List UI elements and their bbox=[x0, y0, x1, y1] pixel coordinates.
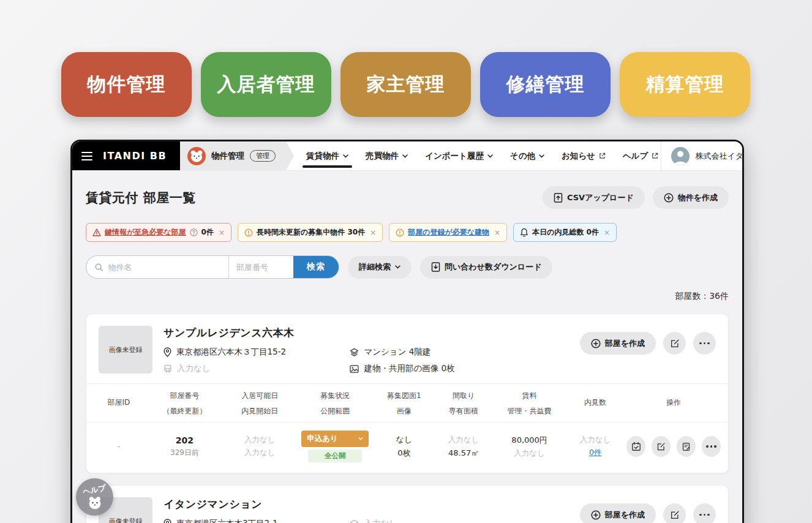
tab-rental-properties[interactable]: 賃貸物件 bbox=[306, 141, 348, 170]
external-link-icon bbox=[599, 152, 606, 159]
close-icon[interactable]: × bbox=[370, 228, 376, 237]
mascot-bear-icon bbox=[187, 147, 206, 165]
help-label: ヘルプ bbox=[82, 483, 107, 497]
question-circle-icon bbox=[190, 228, 198, 236]
advanced-search-button[interactable]: 詳細検索 bbox=[348, 256, 412, 279]
search-icon bbox=[95, 263, 103, 272]
more-actions-button[interactable] bbox=[693, 503, 716, 523]
management-fee: 入力なし bbox=[495, 448, 564, 459]
file-download-icon bbox=[431, 262, 440, 272]
search-row: 検索 詳細検索 問い合わせ数ダウンロード bbox=[86, 255, 729, 279]
csv-upload-label: CSVアップロード bbox=[567, 192, 634, 203]
pill-label: 物件管理 bbox=[88, 72, 166, 97]
property-name: イタンジマンション bbox=[164, 497, 569, 511]
hamburger-menu-icon[interactable] bbox=[81, 152, 92, 160]
calendar-check-icon bbox=[631, 442, 641, 451]
close-icon[interactable]: × bbox=[494, 228, 500, 237]
close-icon[interactable]: × bbox=[219, 228, 225, 237]
warning-triangle-icon bbox=[92, 228, 101, 236]
search-button[interactable]: 検索 bbox=[293, 256, 339, 278]
create-property-button[interactable]: 物件を作成 bbox=[653, 186, 729, 209]
more-actions-button[interactable] bbox=[693, 332, 716, 355]
help-floating-button[interactable]: ヘルプ bbox=[76, 478, 113, 516]
product-name: 物件管理 bbox=[211, 151, 244, 162]
alert-text: 本日の内見総数 0件 bbox=[532, 227, 599, 238]
close-icon[interactable]: × bbox=[604, 228, 610, 237]
create-room-button[interactable]: 部屋を作成 bbox=[580, 332, 656, 355]
pill-label: 修繕管理 bbox=[506, 72, 585, 97]
tab-others[interactable]: その他 bbox=[510, 141, 544, 170]
create-room-label: 部屋を作成 bbox=[605, 338, 645, 349]
csv-upload-button[interactable]: CSVアップロード bbox=[543, 186, 645, 209]
chevron-down-icon bbox=[395, 265, 400, 269]
mascot-bear-icon bbox=[87, 496, 103, 510]
schedule-viewing-button[interactable] bbox=[626, 436, 645, 457]
property-name-input[interactable] bbox=[108, 263, 225, 272]
tab-import-history[interactable]: インポート履歴 bbox=[425, 141, 493, 170]
building-type-text: マンション 4階建 bbox=[364, 347, 430, 358]
property-card: 画像未登録 イタンジマンション 東京都港区六本木3丁目2-1 入力なし bbox=[86, 485, 729, 523]
room-table-header: 部屋ID 部屋番号（最終更新） 入居可能日内見開始日 募集状況公開範囲 募集図面… bbox=[86, 383, 728, 422]
chevron-down-icon bbox=[343, 154, 348, 158]
photos-text: 建物・共用部の画像 0枚 bbox=[364, 363, 454, 374]
edit-icon bbox=[670, 339, 680, 348]
create-room-button[interactable]: 部屋を作成 bbox=[580, 503, 656, 523]
room-id: - bbox=[94, 442, 144, 451]
ellipsis-icon bbox=[699, 514, 710, 516]
property-address: 東京都港区六本木3丁目2-1 bbox=[164, 518, 350, 523]
address-text: 東京都港区六本木3丁目2-1 bbox=[176, 518, 278, 523]
edit-property-button[interactable] bbox=[663, 503, 686, 523]
pill-tenant-management[interactable]: 入居者管理 bbox=[201, 52, 331, 117]
link-help[interactable]: ヘルプ bbox=[623, 141, 658, 170]
alert-link[interactable]: 部屋の登録が必要な建物 bbox=[408, 227, 489, 238]
account-menu[interactable]: 株式会社イタンジ企画 bbox=[661, 141, 744, 170]
building-type-text: 入力なし bbox=[364, 518, 397, 523]
tab-label: 売買物件 bbox=[366, 151, 399, 162]
pill-label: 家主管理 bbox=[367, 72, 445, 97]
chevron-down-icon bbox=[487, 154, 493, 158]
alert-text: 長時間未更新の募集中物件 30件 bbox=[257, 227, 365, 238]
edit-icon bbox=[656, 442, 666, 451]
tab-label: 賃貸物件 bbox=[306, 151, 339, 162]
pill-property-management[interactable]: 物件管理 bbox=[61, 52, 192, 117]
page-title: 賃貸元付 部屋一覧 bbox=[86, 189, 196, 206]
top-navbar: ITANDI BB 物件管理 管理 賃貸物件 売買物件 bbox=[72, 141, 742, 171]
address-text: 東京都港区六本木３丁目15-2 bbox=[176, 347, 286, 358]
pill-label: 精算管理 bbox=[646, 72, 724, 97]
viewing-count-link[interactable]: 0件 bbox=[564, 448, 626, 458]
more-actions-button[interactable] bbox=[702, 436, 721, 457]
bell-icon bbox=[520, 228, 528, 237]
pill-settlement-management[interactable]: 精算管理 bbox=[620, 52, 750, 117]
edit-room-button[interactable] bbox=[652, 436, 671, 457]
property-building-type: マンション 4階建 bbox=[350, 347, 568, 358]
property-card: 画像未登録 サンプルレジデンス六本木 東京都港区六本木３丁目15-2 マンション… bbox=[86, 314, 729, 473]
room-number: 202 bbox=[144, 435, 225, 445]
inquiry-download-button[interactable]: 問い合わせ数ダウンロード bbox=[420, 256, 552, 279]
app-logo[interactable]: ITANDI BB bbox=[103, 150, 167, 162]
product-breadcrumb: 物件管理 管理 bbox=[180, 141, 294, 170]
viewing-note: 入力なし bbox=[564, 435, 626, 445]
alert-stale-listings: 長時間未更新の募集中物件 30件 × bbox=[238, 223, 383, 242]
tab-label: インポート履歴 bbox=[425, 151, 484, 162]
alert-link[interactable]: 鍵情報が至急必要な部屋 bbox=[105, 227, 186, 238]
alert-key-info-urgent: 鍵情報が至急必要な部屋 0件 × bbox=[86, 223, 231, 242]
link-news[interactable]: お知らせ bbox=[562, 141, 606, 170]
edit-property-button[interactable] bbox=[663, 332, 686, 355]
tab-sale-properties[interactable]: 売買物件 bbox=[366, 141, 408, 170]
room-count: 部屋数：36件 bbox=[86, 291, 729, 302]
property-address: 東京都港区六本木３丁目15-2 bbox=[164, 347, 350, 358]
product-badge: 管理 bbox=[250, 150, 276, 162]
image-count: 0枚 bbox=[376, 448, 432, 459]
layers-icon bbox=[350, 348, 359, 357]
nav-right: 株式会社イタンジ企画 bbox=[661, 141, 744, 170]
pill-owner-management[interactable]: 家主管理 bbox=[340, 52, 471, 117]
pill-repair-management[interactable]: 修繕管理 bbox=[480, 52, 611, 117]
link-label: ヘルプ bbox=[623, 151, 648, 162]
create-property-label: 物件を作成 bbox=[678, 192, 718, 203]
room-row: - 202 329日前 入力なし 入力なし 申込あり 全公開 bbox=[86, 422, 728, 473]
room-layout: 入力なし bbox=[432, 435, 495, 445]
edit-listing-button[interactable] bbox=[677, 436, 696, 457]
room-number-input[interactable] bbox=[236, 263, 286, 272]
status-dropdown[interactable]: 申込あり bbox=[301, 431, 369, 447]
map-pin-icon bbox=[164, 347, 171, 357]
